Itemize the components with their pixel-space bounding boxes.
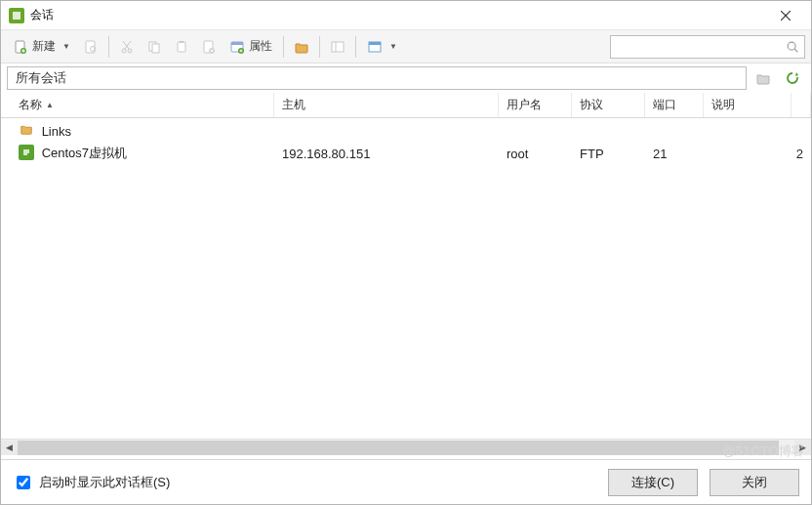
toolbar-separator	[108, 36, 109, 58]
refresh-icon	[785, 70, 800, 86]
show-on-startup-label: 启动时显示此对话框(S)	[39, 474, 170, 491]
show-on-startup-input[interactable]	[17, 476, 30, 489]
col-host[interactable]: 主机	[274, 93, 499, 117]
col-port[interactable]: 端口	[645, 93, 704, 117]
col-protocol[interactable]: 协议	[572, 93, 645, 117]
cell-extra: 2	[789, 147, 811, 161]
svg-rect-11	[178, 42, 185, 52]
col-name-label: 名称	[19, 97, 42, 113]
breadcrumb-path: 所有会话	[16, 69, 66, 87]
delete-button	[196, 34, 222, 60]
dropdown-caret-icon: ▼	[389, 42, 397, 51]
svg-rect-18	[332, 42, 344, 52]
cell-user: root	[499, 147, 572, 161]
breadcrumb-row: 所有会话	[1, 63, 811, 93]
new-folder-icon	[294, 39, 309, 55]
search-input[interactable]	[615, 39, 785, 55]
app-icon	[9, 8, 24, 23]
cell-port: 21	[645, 147, 704, 161]
scroll-track[interactable]	[18, 441, 794, 455]
title-bar: 会话	[1, 1, 811, 30]
panel-icon	[330, 39, 345, 55]
close-button[interactable]: 关闭	[710, 469, 799, 496]
list-view-icon	[367, 39, 383, 55]
copy-icon	[146, 39, 162, 55]
col-desc[interactable]: 说明	[704, 93, 792, 117]
cell-host: 192.168.80.151	[274, 147, 499, 161]
new-session-button[interactable]: 新建 ▼	[7, 34, 76, 60]
paste-icon	[174, 39, 189, 55]
refresh-button[interactable]	[780, 66, 805, 90]
dropdown-caret-icon: ▼	[62, 42, 70, 51]
search-icon[interactable]	[785, 39, 800, 55]
new-folder-button[interactable]	[289, 34, 314, 60]
table-row[interactable]: Links	[11, 118, 811, 142]
session-icon	[19, 145, 34, 160]
toolbar-btn-2	[78, 34, 103, 60]
cell-protocol: FTP	[572, 147, 645, 161]
session-list: Links Centos7虚拟机 192.168.80.151 root FTP…	[1, 118, 811, 439]
new-session-label: 新建	[32, 38, 56, 55]
cut-button	[114, 34, 140, 60]
show-on-startup-checkbox[interactable]: 启动时显示此对话框(S)	[13, 473, 170, 492]
search-file-icon	[83, 39, 99, 55]
scroll-right-button[interactable]: ▶	[794, 441, 811, 455]
scroll-thumb[interactable]	[18, 441, 779, 455]
window-close-button[interactable]	[766, 1, 805, 30]
scroll-left-button[interactable]: ◀	[1, 441, 18, 455]
folder-icon	[755, 70, 771, 86]
list-header: 名称 ▲ 主机 用户名 协议 端口 说明	[1, 93, 811, 118]
view-mode-button[interactable]: ▼	[361, 34, 403, 60]
svg-rect-10	[152, 44, 159, 53]
properties-label: 属性	[249, 38, 272, 55]
open-folder-button[interactable]	[751, 66, 776, 90]
svg-rect-16	[231, 42, 243, 45]
col-extra[interactable]	[792, 93, 811, 117]
copy-button	[142, 34, 167, 60]
table-row[interactable]: Centos7虚拟机 192.168.80.151 root FTP 21 2	[11, 142, 811, 165]
cell-name: Links	[11, 121, 274, 139]
cut-icon	[119, 39, 135, 55]
properties-button[interactable]: 属性	[223, 34, 278, 60]
toolbar: 新建 ▼ 属性	[1, 30, 811, 63]
row-name-text: Centos7虚拟机	[42, 146, 127, 160]
row-name-text: Links	[42, 124, 71, 139]
toolbar-separator	[283, 36, 284, 58]
svg-rect-0	[13, 12, 20, 20]
svg-rect-21	[369, 42, 381, 45]
connect-button[interactable]: 连接(C)	[608, 469, 698, 496]
cell-name: Centos7虚拟机	[11, 145, 274, 162]
toolbar-separator	[319, 36, 320, 58]
svg-rect-12	[180, 41, 183, 43]
col-user[interactable]: 用户名	[499, 93, 572, 117]
paste-button	[169, 34, 194, 60]
properties-icon	[229, 39, 245, 55]
window-title: 会话	[30, 7, 54, 23]
sort-asc-icon: ▲	[46, 101, 54, 109]
folder-icon	[19, 121, 34, 137]
horizontal-scrollbar[interactable]: ◀ ▶	[1, 439, 811, 455]
svg-point-7	[122, 49, 126, 53]
toolbar-separator	[355, 36, 356, 58]
dialog-footer: 启动时显示此对话框(S) 连接(C) 关闭	[1, 459, 811, 504]
col-name[interactable]: 名称 ▲	[11, 93, 274, 117]
svg-point-22	[788, 42, 795, 50]
toolbar-btn-panel	[325, 34, 350, 60]
new-file-icon	[13, 39, 28, 55]
svg-line-23	[794, 49, 797, 52]
breadcrumb[interactable]: 所有会话	[7, 66, 747, 90]
delete-icon	[201, 39, 217, 55]
svg-point-8	[128, 49, 132, 53]
search-box[interactable]	[610, 35, 805, 59]
